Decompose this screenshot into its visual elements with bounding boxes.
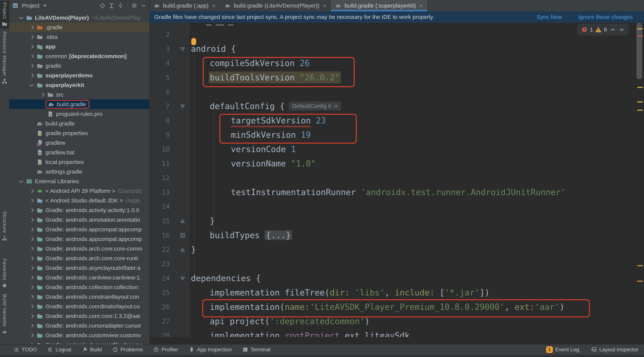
code-line-22[interactable]: } [191, 242, 635, 257]
chevron-right-icon[interactable] [30, 189, 34, 193]
stripe-item-resource-manager[interactable]: Resource Manager [0, 30, 9, 86]
tree-row[interactable]: C++gradlew [9, 138, 150, 148]
fold-collapsed-icon[interactable] [179, 232, 186, 239]
editor-tab[interactable]: build.gradle (:app)× [150, 0, 220, 11]
tree-row[interactable]: < Android API 29 Platform >/Users/dc [9, 186, 150, 196]
toolwindow-button-layout-inspector[interactable]: Layout Inspector [591, 346, 638, 353]
tree-row[interactable]: Gradle: androidx.arch.core:core-runti [9, 254, 150, 263]
code-line-12[interactable] [191, 171, 635, 185]
chevron-right-icon[interactable] [30, 218, 34, 222]
stripe-item-favorites[interactable]: Favorites [0, 257, 9, 290]
fold-start-icon[interactable] [179, 103, 186, 110]
inspections-widget[interactable]: 16 [578, 24, 629, 36]
tree-row[interactable]: build.gradle [9, 100, 150, 109]
chevron-right-icon[interactable] [30, 314, 34, 318]
tree-row[interactable]: settings.gradle [9, 167, 150, 176]
chevron-down-icon[interactable] [30, 82, 34, 86]
toolwindow-button-logcat[interactable]: Logcat [47, 346, 71, 353]
tree-row[interactable]: Gradle: androidx.asynclayoutinflater:a [9, 263, 150, 273]
tree-row[interactable]: Gradle: androidx.coordinatorlayout:co [9, 302, 150, 311]
chevron-right-icon[interactable] [30, 333, 34, 338]
error-stripe-mark[interactable] [637, 110, 643, 111]
tree-row[interactable]: External Libraries [9, 176, 150, 186]
chevron-right-icon[interactable] [30, 246, 34, 251]
chevron-down-icon[interactable] [19, 15, 24, 19]
tree-row[interactable]: .gradle [9, 22, 150, 32]
toolwindow-button-todo[interactable]: TODO [14, 346, 37, 353]
code-line-25[interactable]: implementation fileTree(dir: 'libs', inc… [191, 286, 635, 300]
error-stripe-mark[interactable] [637, 265, 643, 266]
chevron-right-icon[interactable] [30, 208, 34, 212]
banner-action-ignore-these-changes[interactable]: Ignore these changes [578, 14, 633, 20]
code-line-3[interactable]: android { [191, 42, 635, 56]
code-line-13[interactable]: testInstrumentationRunner 'androidx.test… [191, 185, 635, 200]
tree-row[interactable]: Gradle: androidx.customview:customv [9, 330, 150, 340]
toolwindow-button-profiler[interactable]: Profiler [153, 346, 178, 353]
tree-row[interactable]: Gradle: androidx.arch.core:core-comm [9, 244, 150, 254]
chevron-down-icon[interactable] [43, 5, 46, 7]
toolwindow-button-app-inspection[interactable]: App Inspection [189, 346, 232, 353]
tree-row[interactable]: LiteAVDemo(Player)~/LiteAVDemo(Play [9, 13, 150, 22]
fold-start-icon[interactable] [179, 46, 186, 52]
tree-row[interactable]: Gradle: androidx.collection:collection: [9, 282, 150, 292]
tree-row[interactable]: src [9, 90, 150, 100]
chevron-right-icon[interactable] [30, 64, 34, 68]
tree-row[interactable]: Gradle: androidx.cursoradapter:cursor [9, 321, 150, 330]
chevron-right-icon[interactable] [30, 73, 34, 78]
toolwindow-button-problems[interactable]: Problems [112, 346, 143, 353]
code-line-9[interactable]: minSdkVersion 19 [191, 128, 635, 142]
chevron-right-icon[interactable] [30, 266, 34, 270]
editor-tab[interactable]: build.gradle (LiteAVDemo(Player))× [220, 0, 331, 11]
folded-region[interactable]: {...} [265, 230, 292, 240]
chevron-right-icon[interactable] [30, 304, 34, 308]
code-line-26[interactable]: implementation(name:'LiteAVSDK_Player_Pr… [191, 300, 635, 314]
code-line-10[interactable]: versionCode 1 [191, 142, 635, 156]
tree-row[interactable]: superplayerkit [9, 80, 150, 90]
code-line-5[interactable]: buildToolsVersion "26.0.2" [191, 70, 635, 85]
tree-row[interactable]: < Android Studio default JDK >/Appli [9, 196, 150, 205]
expand-all-icon[interactable] [108, 3, 114, 9]
tree-row[interactable]: superplayerdemo [9, 70, 150, 80]
tree-row[interactable]: Gradle: androidx.activity:activity:1.0.0 [9, 205, 150, 215]
code-line-16[interactable]: buildTypes {...} [191, 228, 635, 242]
stripe-item-structure[interactable]: Structure [0, 210, 9, 242]
hide-panel-icon[interactable] [140, 3, 146, 9]
code-line-4[interactable]: compileSdkVersion 26 [191, 56, 635, 70]
banner-action-sync-now[interactable]: Sync Now [536, 14, 562, 20]
error-stripe-mark[interactable] [637, 36, 643, 36]
code-line-14[interactable] [191, 200, 635, 214]
chevron-right-icon[interactable] [30, 275, 34, 280]
chevron-right-icon[interactable] [30, 324, 34, 328]
next-problem-icon[interactable] [618, 26, 625, 33]
prev-problem-icon[interactable] [609, 26, 616, 33]
code-line-7[interactable]: defaultConfig {DefaultConfig it -> [191, 99, 635, 114]
code-line-6[interactable] [191, 85, 635, 99]
close-icon[interactable]: × [323, 3, 326, 8]
chevron-right-icon[interactable] [30, 227, 34, 232]
code-line-28[interactable]: implementation rootProject.ext.liteavSdk [191, 328, 635, 337]
intention-bulb-icon[interactable] [191, 38, 196, 45]
tree-row[interactable]: proguard-rules.pro [9, 109, 150, 119]
project-view-selector[interactable]: Project [22, 2, 40, 9]
chevron-right-icon[interactable] [30, 285, 34, 289]
chevron-right-icon[interactable] [30, 54, 34, 58]
error-stripe-mark[interactable] [637, 101, 643, 102]
toolwindow-button-event-log[interactable]: 1Event Log [546, 346, 579, 353]
chevron-right-icon[interactable] [30, 294, 34, 299]
tree-row[interactable]: Gradle: androidx.appcompat:appcomp [9, 234, 150, 244]
fold-start-icon[interactable] [179, 275, 186, 282]
chevron-right-icon[interactable] [30, 25, 34, 30]
code-line-27[interactable]: api project(':deprecatedcommon') [191, 314, 635, 328]
code-line-2[interactable] [191, 27, 635, 42]
code-line-8[interactable]: targetSdkVersion 23 [191, 114, 635, 128]
error-stripe-mark[interactable] [637, 87, 643, 88]
scrollbar-thumb[interactable] [636, 23, 642, 79]
code-line-11[interactable]: versionName "1.0" [191, 156, 635, 171]
toolwindow-button-terminal[interactable]: Terminal [242, 346, 270, 353]
stripe-item-project[interactable]: Project [0, 1, 9, 28]
chevron-right-icon[interactable] [30, 35, 34, 39]
tree-row[interactable]: local.properties [9, 157, 150, 167]
editor-tab[interactable]: build.gradle (:superplayerkit)× [331, 0, 427, 11]
tree-row[interactable]: build.gradle [9, 119, 150, 128]
tree-row[interactable]: Gradle: androidx.constraintlayout:con [9, 292, 150, 302]
